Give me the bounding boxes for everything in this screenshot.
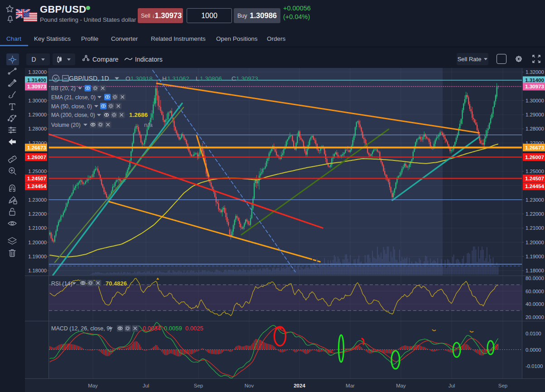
svg-text:Sep: Sep [194, 383, 203, 388]
svg-text:RSI (14): RSI (14) [51, 281, 72, 287]
svg-text:1.28000: 1.28000 [28, 126, 47, 131]
svg-text:1.32000: 1.32000 [28, 69, 47, 75]
svg-text:L: L [196, 75, 199, 82]
svg-text:1.21000: 1.21000 [28, 225, 47, 231]
svg-text:1.25000: 1.25000 [28, 169, 47, 174]
svg-text:1.19000: 1.19000 [526, 254, 544, 259]
svg-text:1.20000: 1.20000 [526, 240, 544, 245]
svg-text:1.32000: 1.32000 [526, 69, 544, 75]
svg-text:May: May [88, 383, 98, 388]
svg-text:1.19000: 1.19000 [28, 254, 47, 259]
svg-text:1.30806: 1.30806 [200, 75, 222, 82]
svg-text:n/a: n/a [144, 121, 153, 128]
svg-text:Mar: Mar [346, 383, 355, 388]
svg-text:1.30973: 1.30973 [525, 83, 544, 89]
svg-text:1.2686: 1.2686 [129, 111, 148, 118]
svg-text:1.30000: 1.30000 [28, 98, 47, 103]
svg-text:1.26007: 1.26007 [27, 154, 46, 160]
svg-text:0.0025: 0.0025 [185, 325, 203, 332]
svg-text:1.22000: 1.22000 [28, 211, 47, 217]
svg-text:O: O [125, 75, 130, 82]
svg-text:1.26007: 1.26007 [525, 154, 544, 160]
svg-text:Jul: Jul [449, 383, 455, 388]
svg-text:1.30973: 1.30973 [27, 83, 46, 89]
svg-text:1.29000: 1.29000 [28, 112, 47, 117]
svg-text:1.23000: 1.23000 [526, 197, 544, 203]
svg-text:Jul: Jul [143, 383, 150, 388]
svg-text:1.23000: 1.23000 [28, 197, 47, 203]
svg-text:1.18000: 1.18000 [526, 268, 544, 273]
svg-text:1.20000: 1.20000 [28, 240, 47, 245]
svg-text:1.26673: 1.26673 [27, 145, 46, 150]
svg-text:1.28000: 1.28000 [526, 126, 544, 131]
svg-text:80.0000: 80.0000 [526, 276, 544, 281]
svg-text:40.0000: 40.0000 [526, 301, 544, 307]
svg-text:EMA (21, close, 0): EMA (21, close, 0) [51, 94, 96, 101]
svg-text:0.0000: 0.0000 [526, 347, 541, 353]
svg-text:1.31400: 1.31400 [27, 77, 46, 83]
svg-text:20.0000: 20.0000 [526, 315, 544, 320]
svg-text:2024: 2024 [294, 383, 305, 388]
svg-text:1.25000: 1.25000 [526, 169, 544, 174]
svg-text:0.0100: 0.0100 [526, 331, 541, 336]
svg-text:MA (200, close, 0): MA (200, close, 0) [51, 112, 95, 118]
svg-text:1.24454: 1.24454 [27, 183, 46, 189]
svg-text:70.4826: 70.4826 [106, 280, 127, 287]
svg-text:0.0034: 0.0034 [143, 325, 161, 332]
svg-text:1.22000: 1.22000 [526, 211, 544, 217]
svg-text:1.26673: 1.26673 [525, 145, 544, 150]
svg-text:0.0059: 0.0059 [164, 325, 182, 332]
svg-text:60.0000: 60.0000 [526, 289, 544, 294]
svg-text:1.31400: 1.31400 [525, 77, 544, 83]
svg-text:MACD (12, 26, close, 9): MACD (12, 26, close, 9) [51, 325, 111, 332]
svg-text:May: May [396, 383, 406, 388]
svg-text:1.30973: 1.30973 [236, 75, 258, 82]
svg-text:GBP/USD, 1D: GBP/USD, 1D [69, 75, 109, 82]
svg-text:1.18000: 1.18000 [28, 268, 47, 273]
svg-text:MA (50, close, 0): MA (50, close, 0) [51, 103, 92, 110]
svg-text:-0.0100: -0.0100 [526, 363, 543, 369]
svg-text:1.24454: 1.24454 [525, 183, 544, 189]
svg-text:1.30918: 1.30918 [130, 75, 153, 82]
svg-text:BB (20, 2): BB (20, 2) [51, 85, 76, 92]
svg-text:Volume (20): Volume (20) [51, 122, 81, 128]
svg-text:Nov: Nov [245, 383, 254, 388]
svg-text:Sep: Sep [498, 383, 507, 388]
svg-text:C: C [232, 75, 236, 82]
svg-text:1.31062: 1.31062 [167, 75, 189, 82]
svg-text:1.30000: 1.30000 [526, 98, 544, 103]
svg-text:H: H [162, 75, 167, 82]
svg-text:1.24507: 1.24507 [27, 175, 46, 181]
svg-text:1.21000: 1.21000 [526, 225, 544, 231]
svg-text:1.29000: 1.29000 [526, 112, 544, 117]
svg-text:1.24507: 1.24507 [525, 175, 544, 181]
